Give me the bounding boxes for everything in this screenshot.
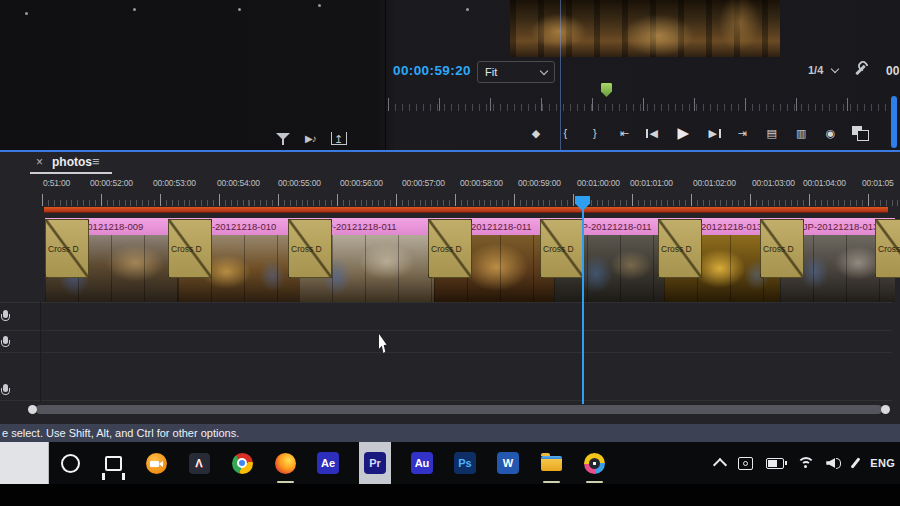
cross-dissolve-transition[interactable]: Cross D bbox=[760, 219, 804, 278]
ruler-timecode-label: 00:01:02:00 bbox=[693, 178, 736, 188]
export-icon[interactable]: ↥ bbox=[331, 132, 347, 145]
reflection-dot bbox=[318, 4, 321, 7]
ruler-timecode-label: 00:00:56:00 bbox=[340, 178, 383, 188]
extract-button[interactable]: ▥ bbox=[789, 121, 813, 145]
reflection-dot bbox=[466, 8, 469, 11]
cross-dissolve-transition[interactable]: Cross D bbox=[875, 219, 900, 278]
microphone-track-icon[interactable] bbox=[1, 384, 10, 397]
step-forward-button[interactable]: ▶ bbox=[701, 121, 725, 145]
track-divider bbox=[0, 302, 892, 303]
ruler-timecode-label: 00:01:01:00 bbox=[630, 178, 673, 188]
settings-wrench-icon[interactable] bbox=[853, 62, 868, 77]
microphone-track-icon[interactable] bbox=[1, 336, 10, 349]
cross-dissolve-transition[interactable]: Cross D bbox=[428, 219, 472, 278]
app-tile-premiere: Pr bbox=[364, 452, 386, 474]
go-to-out-button[interactable]: ⇥ bbox=[730, 121, 754, 145]
transition-label: Cross D bbox=[659, 244, 692, 254]
work-area-bar[interactable] bbox=[44, 207, 888, 213]
panel-menu-icon[interactable]: ≡ bbox=[92, 154, 100, 169]
track-divider bbox=[0, 330, 892, 331]
active-tab-underline bbox=[30, 172, 112, 174]
taskbar-search-box[interactable] bbox=[0, 442, 49, 484]
filter-icon[interactable] bbox=[276, 131, 290, 146]
transition-label: Cross D bbox=[429, 244, 462, 254]
open-app-indicator bbox=[586, 481, 603, 483]
taskbar-chrome-button[interactable] bbox=[230, 442, 254, 484]
tab-photos[interactable]: photos bbox=[52, 155, 92, 169]
play-button[interactable]: ▶ bbox=[671, 121, 695, 145]
cross-dissolve-transition[interactable]: Cross D bbox=[45, 219, 89, 278]
taskbar-file-explorer-button[interactable] bbox=[539, 442, 563, 484]
ruler-ticks bbox=[42, 192, 900, 206]
acrobat-icon: Λ bbox=[189, 453, 210, 474]
playhead[interactable] bbox=[582, 196, 584, 404]
transition-label: Cross D bbox=[761, 244, 794, 254]
scrollbar-thumb[interactable] bbox=[36, 405, 882, 414]
taskbar-word-button[interactable]: W bbox=[496, 442, 520, 484]
cross-dissolve-transition[interactable]: Cross D bbox=[168, 219, 212, 278]
panel-focus-border bbox=[0, 150, 900, 152]
step-back-button[interactable]: ◀ bbox=[642, 121, 666, 145]
cross-dissolve-transition[interactable]: Cross D bbox=[540, 219, 584, 278]
chevron-up-icon[interactable] bbox=[713, 458, 727, 472]
lift-button[interactable]: ▤ bbox=[760, 121, 784, 145]
taskbar-after-effects-button[interactable]: Ae bbox=[316, 442, 340, 484]
open-app-indicator bbox=[277, 481, 294, 483]
close-tab-icon[interactable]: × bbox=[36, 155, 43, 169]
transition-label: Cross D bbox=[289, 244, 322, 254]
taskbar-photoshop-button[interactable]: Ps bbox=[453, 442, 477, 484]
app-tile-after-effects: Ae bbox=[317, 452, 339, 474]
playback-resolution-select[interactable]: 1/4 bbox=[808, 64, 838, 76]
cross-dissolve-transition[interactable]: Cross D bbox=[288, 219, 332, 278]
play-audio-icon[interactable]: ▶♪ bbox=[305, 133, 316, 144]
ruler-timecode-label: 00:00:57:00 bbox=[402, 178, 445, 188]
chevron-down-icon bbox=[540, 66, 548, 74]
add-marker-button[interactable]: ◆ bbox=[524, 121, 548, 145]
mark-in-button[interactable]: { bbox=[553, 121, 577, 145]
track-header-divider bbox=[40, 302, 41, 402]
taskbar-audition-button[interactable]: Au bbox=[410, 442, 434, 484]
zoom-level-select[interactable]: Fit bbox=[477, 61, 555, 83]
transport-controls: ◆{}⇤◀▶▶⇥▤▥◉ bbox=[524, 120, 872, 146]
scrollbar-right-handle[interactable] bbox=[881, 405, 890, 414]
upper-panels-area: ▶♪ ↥ 00:00:59:20 Fit 1/4 00 ◆{}⇤◀▶▶⇥▤▥◉ bbox=[0, 0, 900, 150]
language-indicator[interactable]: ENG bbox=[870, 457, 895, 469]
comparison-view-button[interactable] bbox=[848, 121, 872, 145]
system-tray: ENG bbox=[715, 442, 895, 484]
playhead-timecode[interactable]: 00:00:59:20 bbox=[393, 63, 471, 78]
taskbar-screen-recorder-button[interactable] bbox=[144, 442, 168, 484]
ruler-timecode-label: 00:00:58:00 bbox=[460, 178, 503, 188]
cross-dissolve-transition[interactable]: Cross D bbox=[658, 219, 702, 278]
display-cast-icon[interactable] bbox=[738, 457, 753, 470]
program-monitor-ruler[interactable] bbox=[388, 96, 898, 111]
ruler-timecode-label: 00:00:54:00 bbox=[217, 178, 260, 188]
horizontal-scrollbar[interactable] bbox=[28, 405, 890, 414]
cortana-icon bbox=[61, 454, 80, 473]
taskbar-acrobat-button[interactable]: Λ bbox=[187, 442, 211, 484]
taskbar-cortana-button[interactable] bbox=[58, 442, 82, 484]
go-to-in-button[interactable]: ⇤ bbox=[612, 121, 636, 145]
program-monitor-preview[interactable] bbox=[510, 0, 780, 57]
timeline-ruler[interactable]: 0:51:0000:00:52:0000:00:53:0000:00:54:00… bbox=[0, 176, 900, 206]
battery-icon[interactable] bbox=[766, 458, 784, 469]
resolution-value: 1/4 bbox=[808, 64, 823, 76]
app-tile-photoshop: Ps bbox=[454, 452, 476, 474]
taskbar-task-view-button[interactable] bbox=[101, 442, 125, 484]
taskbar-premiere-button[interactable]: Pr bbox=[359, 442, 391, 484]
microphone-track-icon[interactable] bbox=[1, 310, 10, 323]
ruler-timecode-label: 00:00:59:00 bbox=[518, 178, 561, 188]
scrollbar-left-handle[interactable] bbox=[28, 405, 37, 414]
ruler-timecode-label: 00:01:00:00 bbox=[577, 178, 620, 188]
export-frame-button[interactable]: ◉ bbox=[819, 121, 843, 145]
taskbar-firefox-button[interactable] bbox=[273, 442, 297, 484]
sequence-marker-green[interactable] bbox=[601, 83, 612, 97]
taskbar-media-player-button[interactable] bbox=[582, 442, 606, 484]
vertical-scrollbar[interactable] bbox=[891, 96, 897, 148]
windows-ink-pen-icon[interactable] bbox=[851, 457, 861, 468]
mark-out-button[interactable]: } bbox=[583, 121, 607, 145]
wifi-icon[interactable] bbox=[797, 457, 813, 469]
transition-label: Cross D bbox=[541, 244, 574, 254]
reflection-dot bbox=[133, 8, 136, 11]
panel-toolbar: ▶♪ ↥ bbox=[276, 131, 347, 146]
volume-icon[interactable] bbox=[826, 458, 841, 469]
